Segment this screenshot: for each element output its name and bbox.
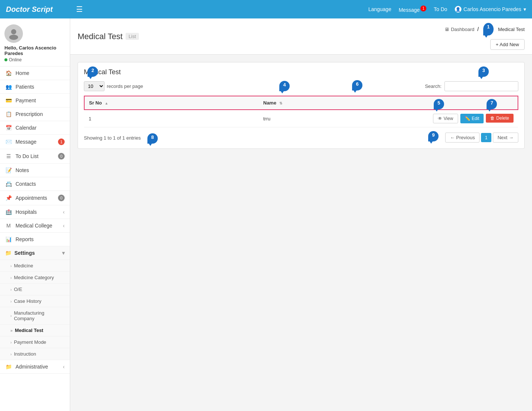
sidebar-nav: 🏠Home👥Patients💳Payment📋Prescription📅Cale…	[0, 66, 70, 233]
sub-chevron-medical_test: »	[10, 328, 13, 333]
settings-sub-oe[interactable]: ›O/E	[0, 284, 70, 295]
sub-chevron-instruction: ›	[10, 352, 12, 356]
settings-header[interactable]: 📁 Settings ▾	[0, 246, 70, 260]
page-title-area: Medical Test List	[78, 32, 139, 41]
sidebar-item-todo[interactable]: ☰To Do List0	[0, 149, 70, 164]
user-name: Carlos Ascencio Paredes	[464, 6, 521, 12]
svg-point-1	[9, 35, 18, 40]
per-page-select[interactable]: 10 25 50 100	[84, 81, 105, 91]
administrative-label: Administrative	[16, 364, 48, 370]
calendar-icon: 📅	[5, 125, 12, 131]
sidebar-label-prescription: Prescription	[16, 111, 43, 117]
sort-icon-actions: ⇅	[434, 101, 437, 105]
settings-sub-items: ›Medicine›Medicine Category›O/E›Case His…	[0, 260, 70, 360]
settings-sub-instruction[interactable]: ›Instruction	[0, 348, 70, 360]
page-header: Medical Test List 🖥 Dashboard / 1 Medica…	[70, 18, 532, 55]
contacts-icon: 📇	[5, 181, 12, 187]
sidebar-item-message[interactable]: ✉️Message1	[0, 135, 70, 149]
badge-appointments: 0	[58, 195, 65, 201]
message-link[interactable]: Message1	[399, 6, 426, 13]
dashboard-label: Dashboard	[451, 27, 474, 32]
table-wrapper: 4 Sr No ▲	[84, 96, 518, 127]
data-table: Sr No ▲ 6 Name ⇅	[84, 96, 518, 127]
sub-label-case_history: Case History	[14, 298, 41, 304]
dashboard-icon: 🖥	[444, 27, 449, 32]
brand-logo: Doctor Script	[6, 5, 69, 14]
settings-sub-medicine[interactable]: ›Medicine	[0, 260, 70, 272]
sidebar: Hello, Carlos Ascencio Paredes Online 🏠H…	[0, 18, 70, 411]
appointments-icon: 📌	[5, 195, 12, 201]
search-label: Search:	[425, 83, 441, 89]
showing-text: Showing 1 to 1 of 1 entries	[84, 135, 141, 141]
prev-button[interactable]: ← Previous	[445, 133, 480, 143]
patients-icon: 👥	[5, 84, 12, 90]
user-dropdown-icon: ▾	[524, 6, 526, 12]
edit-button[interactable]: ✏️ Edit	[460, 114, 484, 123]
medical_college-icon: M	[5, 223, 12, 229]
sub-chevron-medicine_category: ›	[10, 275, 12, 280]
sidebar-item-patients[interactable]: 👥Patients	[0, 80, 70, 94]
sub-chevron-medicine: ›	[10, 264, 12, 268]
sub-label-medicine: Medicine	[14, 263, 33, 268]
sidebar-label-patients: Patients	[16, 84, 34, 90]
settings-sub-medical_test[interactable]: »Medical Test	[0, 325, 70, 336]
search-input[interactable]	[444, 81, 518, 91]
sidebar-item-prescription[interactable]: 📋Prescription	[0, 107, 70, 121]
header-right: 🖥 Dashboard / 1 Medical Test + Add New	[444, 23, 525, 50]
sidebar-item-medical_college[interactable]: MMedical College‹	[0, 219, 70, 233]
user-menu[interactable]: 👤 Carlos Ascencio Paredes ▾	[455, 6, 526, 13]
sidebar-label-payment: Payment	[16, 97, 36, 103]
delete-button[interactable]: 🗑 Delete	[486, 114, 514, 123]
settings-chevron-icon: ▾	[62, 250, 65, 256]
sidebar-label-notes: Notes	[16, 167, 29, 173]
sub-chevron-oe: ›	[10, 287, 12, 292]
settings-sub-payment_mode[interactable]: ›Payment Mode	[0, 336, 70, 348]
table-body: 1 trru 5 👁 View ✏️ Edit 7 🗑 Delete	[84, 110, 518, 127]
chevron-medical_college-icon: ‹	[63, 223, 65, 229]
sidebar-item-administrative[interactable]: 📁 Administrative ‹	[0, 360, 70, 374]
next-button[interactable]: Next →	[493, 133, 518, 143]
callout-8: 8	[147, 133, 158, 144]
pagination: 9 ← Previous 1 Next →	[445, 133, 518, 143]
menu-toggle-icon[interactable]: ☰	[76, 5, 83, 14]
sidebar-item-home[interactable]: 🏠Home	[0, 66, 70, 80]
settings-sub-case_history[interactable]: ›Case History	[0, 295, 70, 307]
settings-group: 📁 Settings ▾ ›Medicine›Medicine Category…	[0, 246, 70, 360]
badge-todo: 0	[58, 153, 65, 160]
navbar: Doctor Script ☰ Language Message1 To Do …	[0, 0, 532, 18]
col-sr-no: Sr No ▲	[84, 96, 259, 110]
settings-sub-medicine_category[interactable]: ›Medicine Category	[0, 272, 70, 284]
sidebar-item-payment[interactable]: 💳Payment	[0, 94, 70, 107]
message-badge: 1	[420, 6, 426, 11]
settings-sub-manufacturing_company[interactable]: ›Manufacturing Company	[0, 307, 70, 325]
add-new-button[interactable]: + Add New	[490, 39, 525, 50]
breadcrumb-separator: /	[477, 26, 479, 32]
sidebar-item-hospitals[interactable]: 🏥Hospitals‹	[0, 205, 70, 219]
sidebar-label-appointments: Appointments	[16, 195, 47, 201]
sidebar-label-home: Home	[16, 70, 29, 76]
sort-icon-sr: ▲	[105, 101, 108, 105]
badge-message: 1	[58, 138, 65, 145]
message-label: Message	[399, 7, 420, 13]
navbar-right: Language Message1 To Do 👤 Carlos Ascenci…	[368, 6, 526, 13]
notes-icon: 📝	[5, 167, 12, 173]
col-name: 6 Name ⇅	[259, 96, 429, 110]
sidebar-item-notes[interactable]: 📝Notes	[0, 164, 70, 177]
breadcrumb-home: 🖥 Dashboard	[444, 27, 474, 32]
breadcrumb-current: Medical Test	[498, 27, 525, 32]
showing-area: 8 Showing 1 to 1 of 1 entries	[84, 135, 141, 141]
records-left: 2 10 25 50 100 records per page	[84, 81, 143, 91]
sidebar-item-contacts[interactable]: 📇Contacts	[0, 177, 70, 191]
sidebar-item-reports[interactable]: 📊 Reports	[0, 233, 70, 246]
view-button[interactable]: 👁 View	[433, 114, 458, 123]
cell-name: trru	[259, 110, 429, 127]
todo-icon: ☰	[5, 153, 12, 159]
sidebar-item-appointments[interactable]: 📌Appointments0	[0, 191, 70, 205]
todo-link[interactable]: To Do	[434, 6, 447, 12]
language-link[interactable]: Language	[368, 6, 391, 12]
table-controls: 2 10 25 50 100 records per page	[84, 81, 518, 91]
main-card: Medical Test 2 10 25 50 100	[78, 62, 525, 149]
delete-wrapper: 7 🗑 Delete	[486, 114, 514, 123]
sub-label-instruction: Instruction	[14, 351, 36, 357]
sidebar-item-calendar[interactable]: 📅Calendar	[0, 121, 70, 135]
